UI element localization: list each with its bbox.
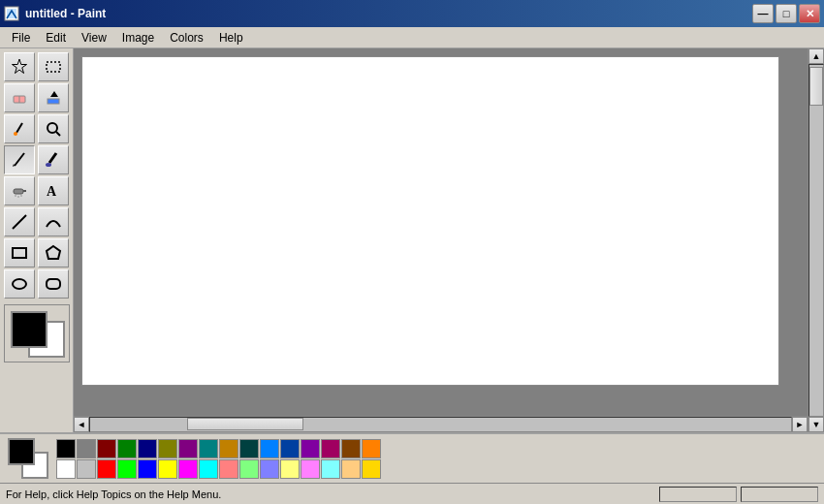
- status-message: For Help, click Help Topics on the Help …: [6, 488, 659, 500]
- selected-colors: [8, 438, 48, 479]
- tool-button-rounded-rect[interactable]: [38, 269, 69, 299]
- svg-point-18: [17, 196, 19, 198]
- color-swatch-26[interactable]: [321, 439, 340, 458]
- color-swatch-21[interactable]: [260, 459, 279, 479]
- maximize-button[interactable]: □: [776, 4, 797, 23]
- tool-button-magnify[interactable]: [38, 114, 69, 143]
- tool-button-curve[interactable]: [38, 207, 69, 236]
- menu-bar: FileEditViewImageColorsHelp: [0, 27, 824, 48]
- color-swatch-28[interactable]: [341, 439, 361, 458]
- color-swatch-29[interactable]: [341, 459, 361, 479]
- color-swatch-9[interactable]: [138, 459, 157, 479]
- tool-button-line[interactable]: [4, 207, 35, 236]
- tool-button-rectangle[interactable]: [4, 238, 35, 268]
- horizontal-scroll-thumb[interactable]: [187, 418, 303, 430]
- menu-item-edit[interactable]: Edit: [38, 29, 74, 47]
- color-swatch-13[interactable]: [178, 459, 198, 479]
- color-swatch-31[interactable]: [362, 459, 381, 479]
- svg-point-19: [20, 195, 22, 197]
- color-swatch-11[interactable]: [158, 459, 177, 479]
- svg-line-11: [15, 153, 24, 166]
- svg-line-7: [16, 123, 22, 133]
- menu-item-colors[interactable]: Colors: [162, 29, 211, 47]
- svg-rect-3: [47, 62, 60, 72]
- foreground-color-selector[interactable]: [8, 438, 35, 465]
- color-swatch-8[interactable]: [138, 439, 157, 458]
- main-area: A ◄ ► ▲ ▼: [0, 48, 824, 432]
- color-swatch-24[interactable]: [301, 439, 320, 458]
- paint-canvas[interactable]: [81, 56, 779, 386]
- color-swatch-16[interactable]: [219, 439, 238, 458]
- color-swatch-7[interactable]: [117, 459, 137, 479]
- color-swatch-10[interactable]: [158, 439, 177, 458]
- scroll-left-button[interactable]: ◄: [74, 417, 89, 432]
- tool-grid: A: [4, 52, 69, 299]
- color-swatch-15[interactable]: [199, 459, 218, 479]
- color-swatch-18[interactable]: [239, 439, 259, 458]
- color-swatch-27[interactable]: [321, 459, 340, 479]
- tool-button-text[interactable]: A: [38, 176, 69, 205]
- color-swatch-4[interactable]: [97, 439, 116, 458]
- tool-button-eraser[interactable]: [4, 83, 35, 112]
- svg-marker-12: [13, 164, 15, 167]
- color-swatch-0[interactable]: [56, 439, 76, 458]
- color-swatch-1[interactable]: [56, 459, 76, 479]
- color-swatch-22[interactable]: [280, 439, 300, 458]
- close-button[interactable]: ✕: [799, 4, 820, 23]
- tool-button-airbrush[interactable]: [4, 176, 35, 205]
- title-buttons: — □ ✕: [752, 4, 820, 23]
- color-swatch-23[interactable]: [280, 459, 300, 479]
- title-bar: untitled - Paint — □ ✕: [0, 0, 824, 27]
- svg-point-17: [15, 195, 16, 197]
- color-swatch-5[interactable]: [97, 459, 116, 479]
- color-swatch-2[interactable]: [77, 439, 96, 458]
- color-swatch-19[interactable]: [239, 459, 259, 479]
- horizontal-scroll-track[interactable]: [89, 417, 792, 432]
- menu-item-file[interactable]: File: [4, 29, 38, 47]
- vertical-scroll-track[interactable]: [808, 64, 824, 417]
- color-swatch-17[interactable]: [219, 459, 238, 479]
- svg-line-10: [56, 132, 60, 136]
- dimensions-panel: [741, 487, 818, 502]
- color-swatch-3[interactable]: [77, 459, 96, 479]
- canvas-scroll-area: [74, 48, 808, 416]
- svg-point-14: [46, 163, 51, 167]
- color-swatch-20[interactable]: [260, 439, 279, 458]
- app-icon: [4, 6, 19, 21]
- color-preview-foreground: [11, 311, 48, 348]
- svg-point-8: [14, 132, 17, 136]
- color-swatch-14[interactable]: [199, 439, 218, 458]
- tool-button-rect-select[interactable]: [38, 52, 69, 81]
- color-swatch-30[interactable]: [362, 439, 381, 458]
- tool-button-polygon[interactable]: [38, 238, 69, 268]
- status-bar: For Help, click Help Topics on the Help …: [0, 483, 824, 504]
- svg-rect-15: [14, 189, 23, 194]
- svg-rect-6: [48, 99, 59, 104]
- color-swatch-12[interactable]: [178, 439, 198, 458]
- color-swatch-6[interactable]: [117, 439, 137, 458]
- color-preview-box: [4, 304, 70, 362]
- tool-button-eyedropper[interactable]: [4, 114, 35, 143]
- color-swatch-25[interactable]: [301, 459, 320, 479]
- coordinates-panel: [659, 487, 737, 502]
- window-title: untitled - Paint: [25, 7, 106, 20]
- scroll-down-button[interactable]: ▼: [808, 417, 824, 432]
- svg-rect-22: [13, 248, 26, 258]
- vertical-scroll-thumb[interactable]: [809, 67, 823, 106]
- svg-marker-23: [47, 246, 60, 259]
- tool-button-pencil[interactable]: [4, 145, 35, 174]
- menu-item-help[interactable]: Help: [211, 29, 251, 47]
- menu-item-image[interactable]: Image: [114, 29, 162, 47]
- tool-button-ellipse[interactable]: [4, 269, 35, 299]
- toolbox: A: [0, 48, 74, 432]
- svg-text:A: A: [47, 184, 57, 199]
- horizontal-scrollbar: ◄ ►: [74, 416, 808, 432]
- scroll-right-button[interactable]: ►: [792, 417, 808, 432]
- tool-button-fill[interactable]: [38, 83, 69, 112]
- menu-item-view[interactable]: View: [74, 29, 114, 47]
- tool-button-free-select[interactable]: [4, 52, 35, 81]
- minimize-button[interactable]: —: [752, 4, 774, 23]
- color-palette: [56, 439, 381, 479]
- tool-button-brush[interactable]: [38, 145, 69, 174]
- scroll-up-button[interactable]: ▲: [808, 48, 824, 64]
